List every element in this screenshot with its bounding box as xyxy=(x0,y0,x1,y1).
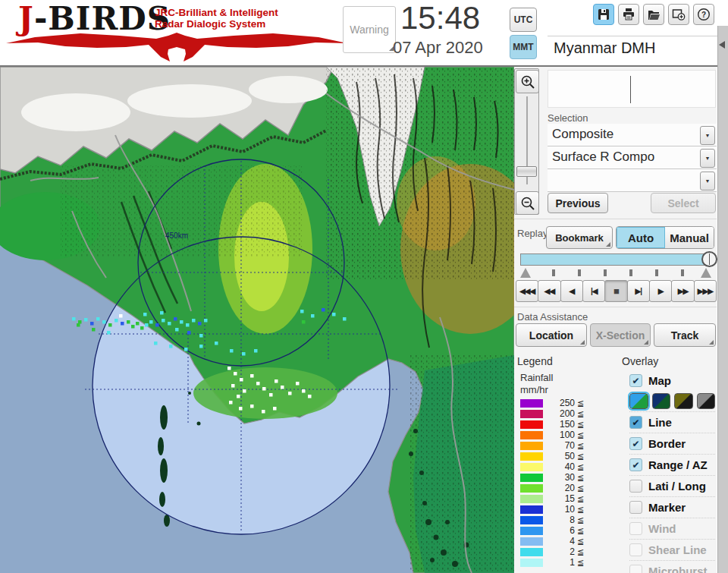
legend-swatch xyxy=(520,431,543,439)
legend-swatch xyxy=(520,527,543,535)
help-icon: ? xyxy=(697,8,711,21)
auto-button[interactable]: Auto xyxy=(617,227,665,248)
save-icon xyxy=(597,8,610,21)
manual-button[interactable]: Manual xyxy=(665,227,714,248)
playback-fastest-forward[interactable]: ▶▶▶ xyxy=(694,280,717,302)
collapse-arrow-icon[interactable] xyxy=(719,41,725,49)
less-equal-glyph: ≦ xyxy=(577,409,584,419)
legend-swatch xyxy=(520,463,543,471)
zoom-in-button[interactable] xyxy=(516,70,539,93)
overlay-item-label: Border xyxy=(648,437,686,450)
overlay-item-wind[interactable]: Wind xyxy=(629,518,715,539)
overlay-item-map[interactable]: ✔Map xyxy=(629,370,715,391)
overlay-item-range-az[interactable]: ✔Range / AZ xyxy=(629,454,715,475)
legend-item: 10≦ xyxy=(520,504,611,515)
select-button[interactable]: Select xyxy=(651,193,716,213)
logo-subtitle: JRC-Brilliant & Intelligent Radar Dialog… xyxy=(155,7,278,30)
playback-play-reverse[interactable]: ◀ xyxy=(560,280,583,302)
overlay-item-label: Shear Line xyxy=(648,543,707,556)
playback-step-forward[interactable]: ▶| xyxy=(627,280,650,302)
legend-item: 2≦ xyxy=(520,546,611,557)
legend-swatch xyxy=(520,505,543,514)
radar-map[interactable]: 450km xyxy=(0,67,514,573)
less-equal-glyph: ≦ xyxy=(577,462,584,472)
previous-button[interactable]: Previous xyxy=(548,193,608,213)
legend-item: 20≦ xyxy=(520,483,611,493)
add-image-button[interactable] xyxy=(668,4,689,25)
less-equal-glyph: ≦ xyxy=(577,441,584,451)
mmt-button[interactable]: MMT xyxy=(510,35,537,59)
chevron-down-icon[interactable]: ▼ xyxy=(700,149,715,168)
open-folder-button[interactable] xyxy=(643,4,664,25)
playback-play[interactable]: ▶ xyxy=(649,280,672,302)
station-input[interactable] xyxy=(548,70,716,108)
bookmark-button[interactable]: Bookmark xyxy=(546,226,613,249)
playback-step-back[interactable]: |◀ xyxy=(582,280,605,302)
replay-slider[interactable] xyxy=(520,253,711,266)
less-equal-glyph: ≦ xyxy=(577,398,584,408)
overlay-item-lati-long[interactable]: Lati / Long xyxy=(629,475,715,496)
dropdown-composite[interactable]: Composite ▼ xyxy=(548,124,717,146)
panel-collapse-strip[interactable] xyxy=(717,26,728,573)
header-separator xyxy=(548,36,717,36)
chevron-down-icon[interactable]: ▼ xyxy=(700,126,715,145)
timezone-switch: UTC MMT xyxy=(510,8,537,59)
overlay-item-border[interactable]: ✔Border xyxy=(629,433,715,454)
legend-item: 150≦ xyxy=(520,419,611,430)
track-button[interactable]: Track xyxy=(654,323,716,347)
zoom-slider-thumb[interactable] xyxy=(516,166,537,177)
checkbox[interactable]: ✔ xyxy=(629,437,642,450)
playback-stop[interactable]: ■ xyxy=(604,280,627,302)
overlay-item-marker[interactable]: Marker xyxy=(629,496,715,518)
legend-item: 100≦ xyxy=(520,430,611,440)
x-section-button[interactable]: X-Section xyxy=(590,323,651,347)
overlay-item-line[interactable]: ✔Line xyxy=(629,411,715,433)
divider xyxy=(514,219,717,219)
map-style-swatch[interactable] xyxy=(652,393,671,409)
overlay-item-shear-line[interactable]: Shear Line xyxy=(629,539,715,560)
zoom-out-button[interactable] xyxy=(516,191,539,215)
legend-value: 10 xyxy=(548,504,575,515)
checkbox[interactable] xyxy=(629,522,642,535)
legend-value: 4 xyxy=(548,536,575,546)
overlay-item-microburst[interactable]: Microburst xyxy=(629,560,715,573)
chevron-down-icon[interactable]: ▼ xyxy=(700,172,715,190)
utc-button[interactable]: UTC xyxy=(510,8,537,32)
replay-slider-thumb[interactable] xyxy=(701,251,717,267)
control-panel: Selection Composite ▼ Surface R Compo ▼ … xyxy=(514,67,717,573)
checkbox[interactable]: ✔ xyxy=(629,374,642,387)
checkbox[interactable]: ✔ xyxy=(629,458,642,471)
help-button[interactable]: ? xyxy=(693,4,714,25)
print-button[interactable] xyxy=(618,4,639,25)
logo-subtitle-line2: Radar Dialogic System xyxy=(155,18,278,30)
less-equal-glyph: ≦ xyxy=(577,505,584,515)
slider-tick xyxy=(655,269,658,276)
add-image-icon xyxy=(672,8,686,21)
legend-value: 70 xyxy=(548,440,575,451)
overlay-item-label: Lati / Long xyxy=(648,480,706,493)
legend-swatch xyxy=(520,495,543,503)
zoom-out-icon xyxy=(520,196,535,211)
save-button[interactable] xyxy=(593,4,614,25)
checkbox[interactable] xyxy=(629,543,642,556)
playback-rewind[interactable]: ◀◀ xyxy=(538,280,560,302)
map-style-swatch[interactable] xyxy=(629,393,648,409)
map-style-swatch[interactable] xyxy=(697,393,716,409)
checkbox[interactable] xyxy=(629,480,642,493)
location-button[interactable]: Location xyxy=(516,323,587,347)
overlay-item-label: Range / AZ xyxy=(648,458,708,471)
legend-swatch xyxy=(520,474,543,482)
dropdown-empty[interactable]: ▼ xyxy=(548,169,717,192)
radar-map-canvas: 450km xyxy=(0,67,514,573)
map-style-swatches xyxy=(629,391,715,411)
warning-button[interactable]: Warning xyxy=(343,6,396,53)
checkbox[interactable] xyxy=(629,501,642,514)
playback-fast-forward[interactable]: ▶▶ xyxy=(671,280,694,302)
dropdown-product[interactable]: Surface R Compo ▼ xyxy=(548,146,717,169)
legend-swatch xyxy=(520,452,543,461)
checkbox[interactable]: ✔ xyxy=(629,416,642,429)
legend-title-1: Rainfall xyxy=(520,372,553,383)
playback-fast-rewind[interactable]: ◀◀◀ xyxy=(516,280,538,302)
checkbox[interactable] xyxy=(629,565,642,573)
map-style-swatch[interactable] xyxy=(674,393,693,409)
